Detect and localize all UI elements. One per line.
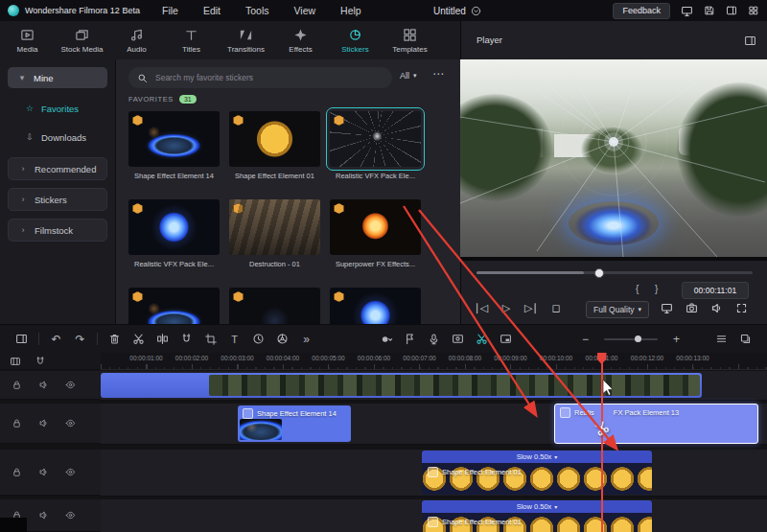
speed-badge[interactable]: Slow 0.50x ▾: [422, 451, 652, 463]
track-mute-icon[interactable]: [38, 510, 49, 520]
sidebar-item-downloads[interactable]: ⇩ Downloads: [8, 127, 107, 148]
zoom-out-icon[interactable]: −: [573, 330, 597, 349]
sticker-card[interactable]: Superpower FX Effects...: [330, 199, 421, 268]
search-input[interactable]: [153, 72, 384, 83]
track-visibility-icon[interactable]: [65, 467, 76, 477]
sticker-clip-shape01-speed[interactable]: Slow 0.50x ▾ Shape Effect Element 01: [422, 451, 652, 495]
fullscreen-icon[interactable]: [735, 302, 748, 314]
track-lock-icon[interactable]: [12, 418, 22, 428]
tab-stickers[interactable]: Stickers: [328, 21, 383, 59]
tab-effects[interactable]: Effects: [273, 21, 328, 59]
text-tool-icon[interactable]: T: [222, 330, 246, 349]
magnet-icon[interactable]: [174, 330, 198, 349]
sticker-clip-shape01-speed[interactable]: Slow 0.50x ▾ Shape Effect Element 01: [422, 500, 652, 532]
track-visibility-icon[interactable]: [65, 510, 76, 520]
save-icon[interactable]: [704, 5, 715, 16]
delete-icon[interactable]: [103, 330, 127, 349]
sticker-clip-realistic-selected[interactable]: Realis FX Pack Element 13: [554, 404, 758, 444]
sticker-card[interactable]: Realistic VFX Pack Ele...: [128, 199, 220, 268]
tab-titles[interactable]: Titles: [164, 21, 219, 59]
sticker-card[interactable]: [330, 288, 421, 324]
undo-button[interactable]: ↶: [44, 330, 68, 349]
track-visibility-icon[interactable]: [65, 380, 76, 390]
volume-icon[interactable]: [710, 302, 723, 314]
track-lock-icon[interactable]: [12, 380, 22, 390]
menu-view[interactable]: View: [282, 0, 329, 21]
panel-layout-icon[interactable]: [726, 5, 737, 16]
split-icon[interactable]: [151, 330, 174, 349]
timeline-ruler[interactable]: 00:00:01:00 00:00:02:00 00:00:03:00 00:0…: [101, 353, 767, 370]
display-icon[interactable]: [681, 5, 693, 17]
previous-frame-button[interactable]: ∣◁: [469, 299, 494, 316]
sticker-card-selected[interactable]: Realistic VFX Pack Ele...: [330, 111, 421, 180]
mark-in-button[interactable]: {: [636, 284, 639, 294]
project-dropdown-icon[interactable]: [471, 6, 481, 16]
sidebar-item-mine[interactable]: ▾ Mine: [8, 67, 107, 88]
tab-audio[interactable]: Audio: [109, 21, 164, 59]
track-visibility-icon[interactable]: [65, 418, 76, 428]
menu-edit[interactable]: Edit: [191, 0, 233, 21]
media-track-icon[interactable]: [10, 356, 21, 367]
marker-icon[interactable]: [398, 330, 422, 349]
seek-bar[interactable]: [476, 271, 753, 274]
speed-icon[interactable]: [246, 330, 270, 349]
sticker-card[interactable]: [229, 288, 320, 324]
seek-handle[interactable]: [594, 268, 604, 278]
zoom-in-icon[interactable]: +: [664, 330, 688, 349]
playhead[interactable]: [601, 353, 603, 532]
menu-tools[interactable]: Tools: [233, 0, 282, 21]
filter-dropdown[interactable]: All ▾: [400, 71, 417, 81]
record-icon[interactable]: [374, 330, 398, 349]
sidebar-item-stickers[interactable]: › Stickers: [8, 188, 107, 211]
tab-stock-media[interactable]: Stock Media: [55, 21, 109, 59]
next-frame-button[interactable]: ▷∣: [519, 299, 544, 316]
more-tools-icon[interactable]: »: [294, 330, 318, 349]
snapshot-icon[interactable]: [686, 302, 698, 314]
play-button[interactable]: ▷: [494, 299, 519, 316]
snap-magnet-icon[interactable]: [35, 356, 46, 367]
color-wheel-icon[interactable]: [270, 330, 294, 349]
sticker-card[interactable]: Shape Effect Element 01: [229, 111, 320, 180]
smart-cut-icon[interactable]: [470, 330, 494, 349]
stop-button[interactable]: ◻: [544, 299, 569, 316]
pip-icon[interactable]: [494, 330, 518, 349]
sidebar-item-favorites[interactable]: ☆ Favorites: [8, 98, 107, 119]
video-clip[interactable]: [101, 373, 702, 398]
video-preview[interactable]: [460, 59, 767, 257]
sticker-clip-shape14[interactable]: Shape Effect Element 14: [238, 405, 351, 442]
timeline-zoom-slider[interactable]: [604, 338, 658, 340]
track-list-icon[interactable]: [709, 330, 733, 349]
tab-media[interactable]: Media: [0, 21, 55, 59]
speed-badge[interactable]: Slow 0.50x ▾: [422, 500, 652, 513]
menu-help[interactable]: Help: [328, 0, 374, 21]
more-options-icon[interactable]: ⋯: [432, 67, 444, 81]
sidebar-item-filmstock[interactable]: › Filmstock: [8, 219, 107, 242]
track-manager-icon[interactable]: [733, 330, 757, 349]
redo-button[interactable]: ↷: [68, 330, 92, 349]
sidebar-item-recommended[interactable]: › Recommended: [8, 157, 107, 180]
track-mute-icon[interactable]: [38, 418, 49, 428]
scissors-icon[interactable]: [127, 330, 151, 349]
tab-transitions[interactable]: Transitions: [219, 21, 273, 59]
secondary-display-icon[interactable]: [661, 302, 673, 314]
sticker-card[interactable]: [128, 288, 220, 324]
quality-dropdown[interactable]: Full Quality ▾: [586, 301, 649, 318]
menu-file[interactable]: File: [150, 0, 191, 21]
track-mute-icon[interactable]: [38, 380, 49, 390]
apps-grid-icon[interactable]: [748, 5, 759, 16]
player-panel-toggle-icon[interactable]: [744, 34, 756, 51]
mark-out-button[interactable]: }: [655, 284, 658, 294]
voiceover-mic-icon[interactable]: [422, 330, 446, 349]
track-mute-icon[interactable]: [38, 467, 49, 477]
feedback-button[interactable]: Feedback: [613, 3, 670, 19]
screen-record-icon[interactable]: [446, 330, 470, 349]
sticker-card[interactable]: Shape Effect Element 14: [128, 111, 220, 180]
tab-templates[interactable]: Templates: [383, 21, 437, 59]
track-lock-icon[interactable]: [12, 467, 22, 477]
zoom-slider-handle[interactable]: [635, 335, 641, 342]
project-title-group[interactable]: Untitled: [433, 0, 481, 21]
workspace-layout-icon[interactable]: [10, 330, 34, 349]
sticker-search-box[interactable]: [128, 67, 392, 88]
crop-icon[interactable]: [198, 330, 222, 349]
sticker-card[interactable]: Destruction - 01: [229, 199, 320, 268]
